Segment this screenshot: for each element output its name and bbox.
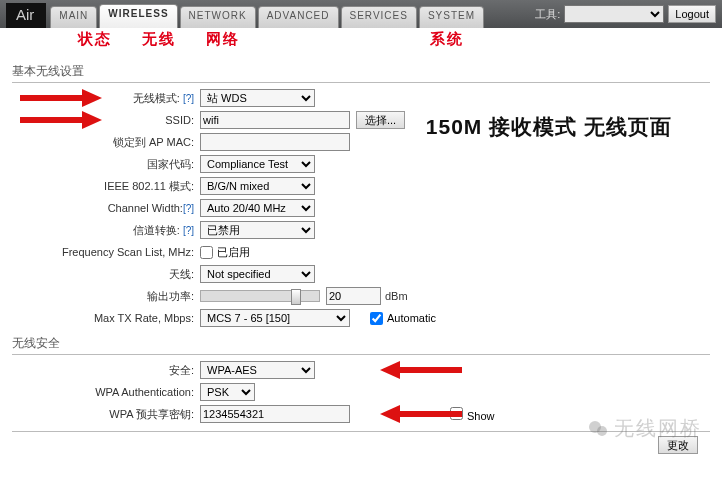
freqscan-cblabel: 已启用 bbox=[217, 245, 250, 260]
select-button[interactable]: 选择... bbox=[356, 111, 405, 129]
tools-select[interactable] bbox=[564, 5, 664, 23]
annot-network: 网络 bbox=[206, 30, 240, 49]
label-chshift: 信道转换: [?] bbox=[60, 223, 200, 238]
svg-rect-7 bbox=[400, 411, 462, 417]
ssid-input[interactable] bbox=[200, 111, 350, 129]
wmode-select[interactable]: 站 WDS bbox=[200, 89, 315, 107]
svg-rect-5 bbox=[400, 367, 462, 373]
annotation-row: 状态 无线 网络 系统 bbox=[0, 28, 722, 51]
tab-main[interactable]: MAIN bbox=[50, 6, 97, 28]
row-antenna: 天线: Not specified bbox=[60, 263, 710, 285]
slider-thumb-icon[interactable] bbox=[291, 289, 301, 305]
annot-wireless: 无线 bbox=[142, 30, 176, 49]
row-wmode: 无线模式: [?] 站 WDS bbox=[60, 87, 710, 109]
logo: Air bbox=[6, 3, 46, 28]
ieee-select[interactable]: B/G/N mixed bbox=[200, 177, 315, 195]
basic-form: 无线模式: [?] 站 WDS SSID: 选择... 锁定到 AP MAC: … bbox=[12, 87, 710, 329]
arrow-icon bbox=[380, 361, 462, 379]
row-chshift: 信道转换: [?] 已禁用 bbox=[60, 219, 710, 241]
logout-button[interactable]: Logout bbox=[668, 5, 716, 23]
row-maxrate: Max TX Rate, Mbps: MCS 7 - 65 [150] Auto… bbox=[60, 307, 710, 329]
txpower-slider[interactable] bbox=[200, 290, 320, 302]
txpower-input[interactable] bbox=[326, 287, 381, 305]
svg-point-9 bbox=[597, 426, 607, 436]
annot-status: 状态 bbox=[78, 30, 112, 49]
row-wpaauth: WPA Authentication: PSK bbox=[60, 381, 710, 403]
tab-network[interactable]: NETWORK bbox=[180, 6, 256, 28]
content: 150M 接收模式 无线页面 基本无线设置 无线模式: [?] 站 WDS SS… bbox=[0, 51, 722, 454]
tab-advanced[interactable]: ADVANCED bbox=[258, 6, 339, 28]
row-ieee: IEEE 802.11 模式: B/G/N mixed bbox=[60, 175, 710, 197]
topbar: Air MAIN WIRELESS NETWORK ADVANCED SERVI… bbox=[0, 0, 722, 28]
row-txpower: 输出功率: dBm bbox=[60, 285, 710, 307]
automatic-checkbox[interactable] bbox=[370, 312, 383, 325]
row-freqscan: Frequency Scan List, MHz: 已启用 bbox=[60, 241, 710, 263]
svg-rect-2 bbox=[20, 117, 82, 123]
chshift-select[interactable]: 已禁用 bbox=[200, 221, 315, 239]
automatic-label: Automatic bbox=[387, 312, 436, 324]
txpower-unit: dBm bbox=[385, 290, 408, 302]
label-country: 国家代码: bbox=[60, 157, 200, 172]
row-lockedap: 锁定到 AP MAC: bbox=[60, 131, 710, 153]
annot-system: 系统 bbox=[430, 30, 464, 49]
watermark: 无线网桥 bbox=[588, 415, 702, 442]
security-select[interactable]: WPA-AES bbox=[200, 361, 315, 379]
top-right: 工具: Logout bbox=[535, 0, 722, 28]
help-icon[interactable]: [?] bbox=[183, 93, 194, 104]
help-icon[interactable]: [?] bbox=[183, 225, 194, 236]
arrow-icon bbox=[20, 89, 102, 107]
row-country: 国家代码: Compliance Test bbox=[60, 153, 710, 175]
tab-services[interactable]: SERVICES bbox=[341, 6, 417, 28]
wpaauth-select[interactable]: PSK bbox=[200, 383, 255, 401]
lockedap-input[interactable] bbox=[200, 133, 350, 151]
chwidth-select[interactable]: Auto 20/40 MHz bbox=[200, 199, 315, 217]
row-ssid: SSID: 选择... bbox=[60, 109, 710, 131]
label-txpower: 输出功率: bbox=[60, 289, 200, 304]
label-maxrate: Max TX Rate, Mbps: bbox=[60, 312, 200, 324]
antenna-select[interactable]: Not specified bbox=[200, 265, 315, 283]
freqscan-checkbox[interactable] bbox=[200, 246, 213, 259]
country-select[interactable]: Compliance Test bbox=[200, 155, 315, 173]
maxrate-select[interactable]: MCS 7 - 65 [150] bbox=[200, 309, 350, 327]
label-antenna: 天线: bbox=[60, 267, 200, 282]
label-lockedap: 锁定到 AP MAC: bbox=[60, 135, 200, 150]
wechat-icon bbox=[588, 419, 608, 439]
label-wpakey: WPA 预共享密钥: bbox=[60, 407, 200, 422]
show-label: Show bbox=[467, 410, 495, 422]
wpakey-input[interactable] bbox=[200, 405, 350, 423]
help-icon[interactable]: [?] bbox=[183, 203, 194, 214]
label-security: 安全: bbox=[60, 363, 200, 378]
label-wpaauth: WPA Authentication: bbox=[60, 386, 200, 398]
arrow-icon bbox=[380, 405, 462, 423]
section-basic: 基本无线设置 bbox=[12, 63, 710, 83]
section-security: 无线安全 bbox=[12, 335, 710, 355]
svg-marker-6 bbox=[380, 405, 400, 423]
row-security: 安全: WPA-AES bbox=[60, 359, 710, 381]
tab-system[interactable]: SYSTEM bbox=[419, 6, 484, 28]
label-ieee: IEEE 802.11 模式: bbox=[60, 179, 200, 194]
tools-label: 工具: bbox=[535, 7, 560, 22]
row-chwidth: Channel Width:[?] Auto 20/40 MHz bbox=[60, 197, 710, 219]
label-freqscan: Frequency Scan List, MHz: bbox=[60, 246, 200, 258]
tab-wireless[interactable]: WIRELESS bbox=[99, 4, 177, 28]
svg-marker-3 bbox=[82, 111, 102, 129]
svg-marker-4 bbox=[380, 361, 400, 379]
svg-rect-0 bbox=[20, 95, 82, 101]
arrow-icon bbox=[20, 111, 102, 129]
label-chwidth: Channel Width:[?] bbox=[60, 202, 200, 214]
svg-marker-1 bbox=[82, 89, 102, 107]
